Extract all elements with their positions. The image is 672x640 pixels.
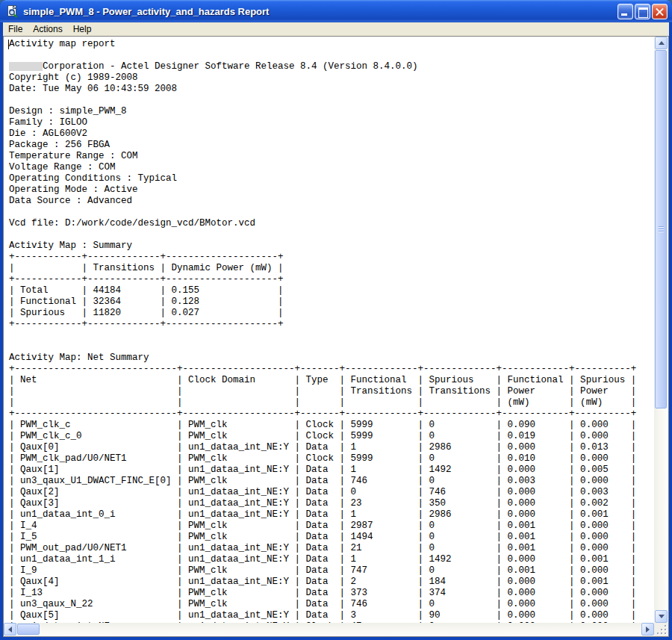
text-caret xyxy=(8,40,9,49)
client-area: Activity map report Corporation - Actel … xyxy=(3,36,669,637)
up-arrow-icon xyxy=(659,38,665,45)
menu-help[interactable]: Help xyxy=(68,23,97,35)
menu-bar: File Actions Help xyxy=(3,22,669,36)
window-controls xyxy=(617,4,668,19)
report-text: Activity map report Corporation - Actel … xyxy=(4,37,654,623)
left-arrow-icon xyxy=(5,627,12,633)
report-viewport[interactable]: Activity map report Corporation - Actel … xyxy=(4,37,654,623)
report-document-magnifier-icon[interactable] xyxy=(6,4,19,18)
window-title: simple_PWM_8 - Power_activity_and_hazard… xyxy=(23,6,613,17)
scroll-right-button[interactable] xyxy=(641,623,654,636)
app-window: simple_PWM_8 - Power_activity_and_hazard… xyxy=(0,0,672,640)
vertical-scroll-thumb[interactable] xyxy=(655,50,667,408)
maximize-button[interactable] xyxy=(635,4,650,19)
scroll-down-button[interactable] xyxy=(655,610,668,623)
vertical-scrollbar[interactable] xyxy=(654,37,668,623)
menu-file[interactable]: File xyxy=(3,23,28,35)
close-button[interactable] xyxy=(652,4,668,19)
horizontal-scrollbar[interactable] xyxy=(4,623,654,636)
resize-grip[interactable] xyxy=(654,623,668,636)
scroll-left-button[interactable] xyxy=(4,623,16,636)
menu-actions[interactable]: Actions xyxy=(28,23,67,35)
scroll-up-button[interactable] xyxy=(655,37,668,49)
down-arrow-icon xyxy=(659,615,665,621)
redaction-box xyxy=(9,62,43,71)
horizontal-scroll-thumb[interactable] xyxy=(17,624,40,635)
right-arrow-icon xyxy=(646,627,653,633)
minimize-button[interactable] xyxy=(617,4,633,19)
title-bar[interactable]: simple_PWM_8 - Power_activity_and_hazard… xyxy=(0,0,672,22)
